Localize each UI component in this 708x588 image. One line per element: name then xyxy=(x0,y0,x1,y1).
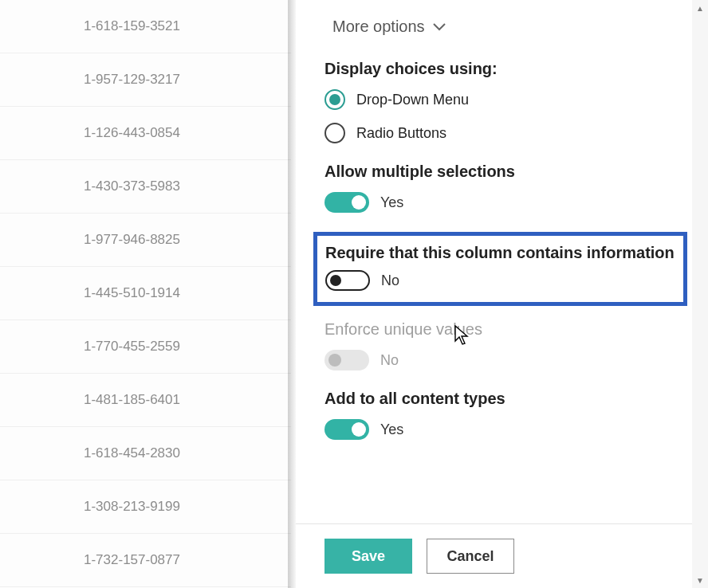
unique-values-group: Enforce unique values No xyxy=(324,320,676,370)
background-list: 1-618-159-3521 1-957-129-3217 1-126-443-… xyxy=(0,0,291,588)
unique-values-value: No xyxy=(380,352,399,369)
list-item-label: 1-481-185-6401 xyxy=(84,392,180,408)
list-item-label: 1-618-454-2830 xyxy=(84,445,180,461)
allow-multiple-group: Allow multiple selections Yes xyxy=(324,163,676,213)
unique-values-heading: Enforce unique values xyxy=(324,320,676,339)
content-types-toggle[interactable] xyxy=(324,419,369,440)
scroll-up-icon[interactable]: ▲ xyxy=(692,0,708,16)
allow-multiple-toggle[interactable] xyxy=(324,192,369,213)
more-options-label: More options xyxy=(332,18,425,36)
radio-label: Drop-Down Menu xyxy=(356,92,469,108)
content-types-group: Add to all content types Yes xyxy=(324,390,676,440)
list-item[interactable]: 1-618-454-2830 xyxy=(0,427,291,480)
more-options-toggle[interactable]: More options xyxy=(324,18,676,36)
radio-radio-buttons[interactable]: Radio Buttons xyxy=(324,123,676,143)
require-info-highlight: Require that this column contains inform… xyxy=(313,232,687,306)
radio-unselected-icon xyxy=(324,123,345,143)
require-info-heading: Require that this column contains inform… xyxy=(325,244,675,262)
list-item-label: 1-308-213-9199 xyxy=(84,499,180,515)
chevron-down-icon xyxy=(433,22,446,32)
display-choices-heading: Display choices using: xyxy=(324,60,676,78)
display-choices-group: Display choices using: Drop-Down Menu Ra… xyxy=(324,60,676,143)
allow-multiple-value: Yes xyxy=(380,194,403,211)
content-types-value: Yes xyxy=(380,421,403,438)
content-types-heading: Add to all content types xyxy=(324,390,676,408)
panel-footer: Save Cancel xyxy=(296,523,708,588)
settings-panel: More options Display choices using: Drop… xyxy=(296,0,708,588)
list-item[interactable]: 1-126-443-0854 xyxy=(0,107,291,160)
list-item[interactable]: 1-430-373-5983 xyxy=(0,160,291,214)
list-item[interactable]: 1-732-157-0877 xyxy=(0,534,291,587)
radio-selected-icon xyxy=(324,89,345,110)
list-item[interactable]: 1-308-213-9199 xyxy=(0,480,291,534)
list-item-label: 1-977-946-8825 xyxy=(84,232,180,248)
list-item[interactable]: 1-618-159-3521 xyxy=(0,0,291,53)
require-info-toggle[interactable] xyxy=(325,270,370,291)
list-item-label: 1-126-443-0854 xyxy=(84,125,180,141)
unique-values-toggle xyxy=(324,350,369,370)
radio-label: Radio Buttons xyxy=(356,125,446,142)
list-item[interactable]: 1-770-455-2559 xyxy=(0,320,291,374)
panel-body: More options Display choices using: Drop… xyxy=(296,0,708,523)
list-item[interactable]: 1-977-946-8825 xyxy=(0,214,291,267)
list-item[interactable]: 1-481-185-6401 xyxy=(0,374,291,427)
allow-multiple-heading: Allow multiple selections xyxy=(324,163,676,181)
list-item-label: 1-445-510-1914 xyxy=(84,285,180,301)
require-info-value: No xyxy=(381,272,399,289)
list-item[interactable]: 1-957-129-3217 xyxy=(0,53,291,107)
list-item-label: 1-618-159-3521 xyxy=(84,18,180,34)
radio-dropdown-menu[interactable]: Drop-Down Menu xyxy=(324,89,676,110)
list-item-label: 1-732-157-0877 xyxy=(84,552,180,568)
save-button[interactable]: Save xyxy=(324,539,412,574)
list-item[interactable]: 1-445-510-1914 xyxy=(0,267,291,320)
cancel-button[interactable]: Cancel xyxy=(427,539,514,574)
list-item-label: 1-957-129-3217 xyxy=(84,72,180,88)
list-item-label: 1-770-455-2559 xyxy=(84,339,180,355)
scrollbar[interactable]: ▲ ▼ xyxy=(692,0,708,588)
scroll-down-icon[interactable]: ▼ xyxy=(692,572,708,588)
list-item-label: 1-430-373-5983 xyxy=(84,178,180,194)
